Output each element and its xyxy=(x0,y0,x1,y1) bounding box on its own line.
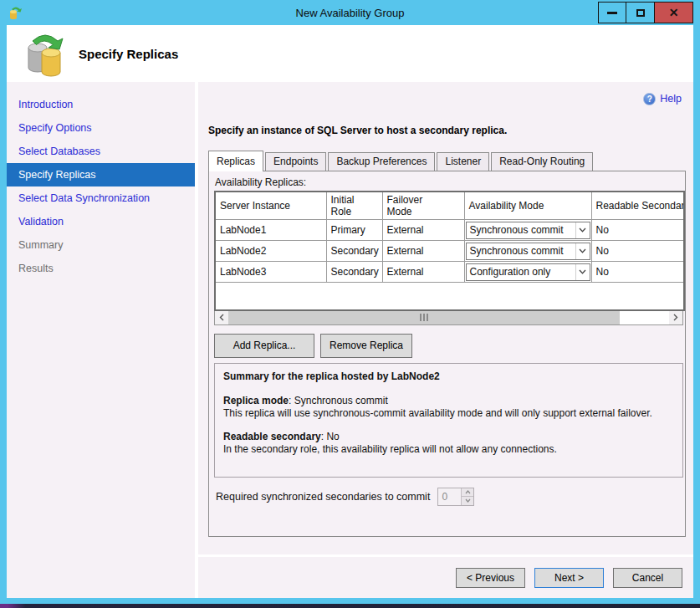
cell-failover-mode[interactable]: External xyxy=(382,262,464,283)
spinner-up-button xyxy=(462,488,473,498)
sidebar-item-specify-replicas[interactable]: Specify Replicas xyxy=(7,163,195,186)
replicas-tab-panel: Availability Replicas: Server InstanceIn… xyxy=(208,171,686,537)
window-controls: ✕ xyxy=(598,2,693,23)
chevron-right-icon xyxy=(673,314,678,321)
scrollbar-track[interactable] xyxy=(620,311,669,324)
replica-summary-box: Summary for the replica hosted by LabNod… xyxy=(214,363,683,478)
availability-mode-value: Synchronous commit xyxy=(467,224,575,236)
desktop-screen: New Availability Group ✕ Specify Replica… xyxy=(0,0,700,608)
sidebar: IntroductionSpecify OptionsSelect Databa… xyxy=(7,82,195,598)
required-secondaries-label: Required synchronized secondaries to com… xyxy=(216,491,430,503)
previous-button[interactable]: < Previous xyxy=(456,568,525,588)
scroll-right-button[interactable] xyxy=(669,311,682,324)
column-header-initial-role[interactable]: Initial Role xyxy=(326,192,382,220)
chevron-down-icon xyxy=(465,498,471,503)
cell-server-instance[interactable]: LabNode2 xyxy=(215,241,326,262)
scroll-left-button[interactable] xyxy=(215,311,228,324)
tab-endpoints[interactable]: Endpoints xyxy=(265,152,326,171)
sidebar-item-specify-options[interactable]: Specify Options xyxy=(7,116,195,140)
cell-availability-mode: Configuration only xyxy=(464,262,591,283)
cell-readable-secondary[interactable]: No xyxy=(591,241,684,262)
desktop-edge xyxy=(0,604,700,608)
help-link[interactable]: Help xyxy=(660,93,682,105)
help-icon[interactable]: ? xyxy=(643,93,656,105)
page-title: Specify Replicas xyxy=(79,47,178,61)
readable-secondary-line: Readable secondary: No xyxy=(223,431,674,443)
tab-listener[interactable]: Listener xyxy=(437,152,489,171)
title-bar[interactable]: New Availability Group ✕ xyxy=(0,0,700,25)
replica-mode-line: Replica mode: Synchronous commit xyxy=(223,395,674,407)
wizard-window: Specify Replicas IntroductionSpecify Opt… xyxy=(7,25,693,598)
column-header-readable-secondar[interactable]: Readable Secondar xyxy=(591,192,684,220)
database-replica-icon xyxy=(25,30,65,77)
maximize-button[interactable] xyxy=(626,2,655,23)
chevron-left-icon xyxy=(219,314,224,321)
cell-failover-mode[interactable]: External xyxy=(382,241,464,262)
availability-mode-dropdown[interactable]: Synchronous commit xyxy=(466,222,590,239)
tab-read-only-routing[interactable]: Read-Only Routing xyxy=(491,152,593,171)
availability-mode-dropdown[interactable]: Configuration only xyxy=(466,263,590,281)
horizontal-scrollbar[interactable] xyxy=(214,311,683,325)
close-button[interactable]: ✕ xyxy=(655,2,693,23)
next-button[interactable]: Next > xyxy=(534,568,604,588)
chevron-down-icon[interactable] xyxy=(575,264,590,280)
cell-readable-secondary[interactable]: No xyxy=(591,262,684,283)
replica-row-labnode3: LabNode3SecondaryExternalConfiguration o… xyxy=(215,262,684,283)
replica-mode-desc: This replica will use synchronous-commit… xyxy=(223,407,674,420)
column-header-availability-mode[interactable]: Availability Mode xyxy=(464,192,591,220)
tab-strip: ReplicasEndpointsBackup PreferencesListe… xyxy=(208,151,686,171)
maximize-icon xyxy=(636,9,645,17)
replica-row-labnode2: LabNode2SecondaryExternalSynchronous com… xyxy=(215,241,684,262)
replicas-table-header: Server InstanceInitial RoleFailover Mode… xyxy=(215,192,684,220)
availability-mode-value: Synchronous commit xyxy=(467,245,575,257)
availability-mode-dropdown[interactable]: Synchronous commit xyxy=(466,243,590,260)
table-empty-area xyxy=(215,283,684,310)
minimize-icon xyxy=(607,12,617,14)
cell-failover-mode[interactable]: External xyxy=(382,220,464,241)
tab-replicas[interactable]: Replicas xyxy=(208,151,263,171)
chevron-up-icon xyxy=(465,490,471,494)
chevron-down-icon[interactable] xyxy=(575,243,590,259)
spinner-value: 0 xyxy=(438,488,461,505)
footer-bar: < Previous Next > Cancel xyxy=(198,557,693,598)
column-header-failover-mode[interactable]: Failover Mode xyxy=(382,192,464,220)
cancel-button[interactable]: Cancel xyxy=(613,568,682,588)
readable-secondary-desc: In the secondary role, this availability… xyxy=(223,443,674,456)
cell-availability-mode: Synchronous commit xyxy=(464,241,591,262)
cell-server-instance[interactable]: LabNode3 xyxy=(215,262,326,283)
replicas-table: Server InstanceInitial RoleFailover Mode… xyxy=(214,191,685,311)
sidebar-item-introduction[interactable]: Introduction xyxy=(7,93,195,116)
instruction-text: Specify an instance of SQL Server to hos… xyxy=(208,125,686,136)
column-header-server-instance[interactable]: Server Instance xyxy=(215,192,326,220)
replica-row-labnode1: LabNode1PrimaryExternalSynchronous commi… xyxy=(215,220,684,241)
tab-backup-preferences[interactable]: Backup Preferences xyxy=(328,152,435,171)
minimize-button[interactable] xyxy=(598,2,626,23)
app-icon xyxy=(8,5,23,20)
scrollbar-grip-icon xyxy=(420,314,422,321)
page-content: ? Help Specify an instance of SQL Server… xyxy=(198,82,693,554)
summary-title: Summary for the replica hosted by LabNod… xyxy=(223,370,674,383)
cell-initial-role[interactable]: Secondary xyxy=(326,262,382,283)
spinner-down-button xyxy=(462,497,473,505)
sidebar-item-summary: Summary xyxy=(7,233,195,257)
remove-replica-button[interactable]: Remove Replica xyxy=(320,334,412,358)
close-icon: ✕ xyxy=(669,7,679,18)
chevron-down-icon[interactable] xyxy=(575,222,590,238)
cell-server-instance[interactable]: LabNode1 xyxy=(215,220,326,241)
add-replica-button[interactable]: Add Replica... xyxy=(214,334,314,358)
scrollbar-thumb[interactable] xyxy=(228,311,620,324)
cell-initial-role[interactable]: Primary xyxy=(326,220,382,241)
cell-readable-secondary[interactable]: No xyxy=(591,220,684,241)
replicas-table-body: LabNode1PrimaryExternalSynchronous commi… xyxy=(215,220,684,310)
required-secondaries-spinner: 0 xyxy=(437,488,474,506)
window-title: New Availability Group xyxy=(0,7,700,19)
availability-replicas-label: Availability Replicas: xyxy=(215,176,680,188)
sidebar-item-select-databases[interactable]: Select Databases xyxy=(7,140,195,163)
sidebar-item-results: Results xyxy=(7,257,195,280)
sidebar-item-validation[interactable]: Validation xyxy=(7,210,195,233)
cell-availability-mode: Synchronous commit xyxy=(464,220,591,241)
sidebar-item-select-data-synchronization[interactable]: Select Data Synchronization xyxy=(7,186,195,210)
wizard-header: Specify Replicas xyxy=(7,25,693,82)
cell-initial-role[interactable]: Secondary xyxy=(326,241,382,262)
availability-mode-value: Configuration only xyxy=(467,266,575,278)
